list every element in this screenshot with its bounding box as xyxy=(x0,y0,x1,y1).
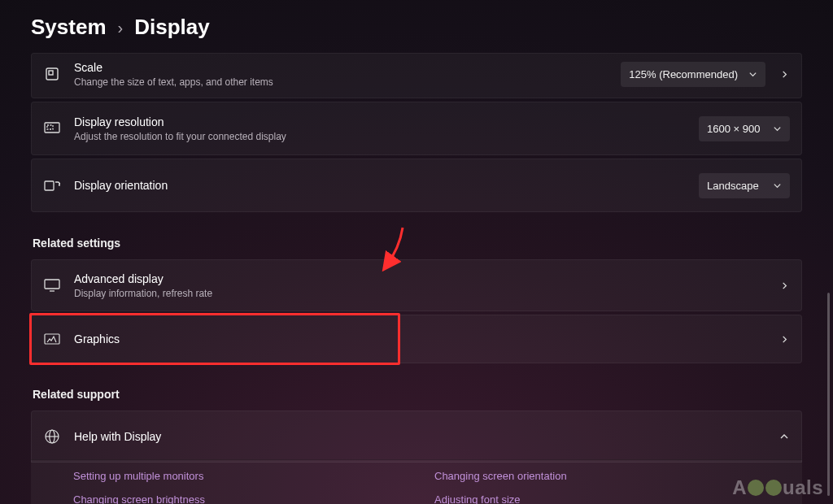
scrollbar[interactable] xyxy=(827,293,830,496)
section-related-settings: Related settings xyxy=(33,237,802,250)
scale-sub: Change the size of text, apps, and other… xyxy=(74,76,621,88)
resolution-icon xyxy=(43,119,61,137)
chevron-right-icon: › xyxy=(118,19,124,37)
orientation-value: Landscape xyxy=(707,180,759,192)
resolution-title: Display resolution xyxy=(74,115,699,129)
breadcrumb-current: Display xyxy=(134,15,210,40)
orientation-dropdown[interactable]: Landscape xyxy=(699,173,790,198)
svg-rect-5 xyxy=(45,280,59,289)
help-link-screen-brightness[interactable]: Changing screen brightness xyxy=(73,493,428,504)
monitor-icon xyxy=(43,276,61,294)
setting-row-graphics[interactable]: Graphics xyxy=(31,315,802,363)
help-link-multiple-monitors[interactable]: Setting up multiple monitors xyxy=(73,470,428,482)
advanced-sub: Display information, refresh rate xyxy=(74,288,765,299)
help-title: Help with Display xyxy=(74,429,765,444)
setting-row-resolution[interactable]: Display resolution Adjust the resolution… xyxy=(31,102,802,155)
resolution-value: 1600 × 900 xyxy=(707,123,760,135)
chevron-down-icon xyxy=(772,180,782,190)
chevron-right-icon[interactable] xyxy=(778,280,790,291)
scale-icon xyxy=(43,65,61,83)
scale-dropdown[interactable]: 125% (Recommended) xyxy=(621,62,765,87)
setting-row-orientation[interactable]: Display orientation Landscape xyxy=(31,159,802,212)
setting-row-scale[interactable]: Scale Change the size of text, apps, and… xyxy=(31,53,802,98)
graphics-title: Graphics xyxy=(74,332,765,346)
help-links: Setting up multiple monitors Changing sc… xyxy=(31,459,802,504)
watermark: Auals xyxy=(732,476,823,499)
scale-title: Scale xyxy=(74,60,621,75)
svg-rect-4 xyxy=(45,181,54,190)
section-related-support: Related support xyxy=(33,388,802,401)
chevron-down-icon xyxy=(772,124,782,133)
setting-row-advanced-display[interactable]: Advanced display Display information, re… xyxy=(31,259,802,311)
svg-rect-1 xyxy=(49,71,53,75)
orientation-icon xyxy=(43,176,61,194)
globe-icon xyxy=(43,428,61,445)
resolution-dropdown[interactable]: 1600 × 900 xyxy=(699,116,790,141)
resolution-sub: Adjust the resolution to fit your connec… xyxy=(74,131,699,142)
chevron-right-icon[interactable] xyxy=(778,68,790,80)
svg-rect-0 xyxy=(46,68,58,80)
breadcrumb-parent[interactable]: System xyxy=(31,15,107,40)
scale-value: 125% (Recommended) xyxy=(629,68,738,80)
chevron-up-icon[interactable] xyxy=(778,431,790,442)
graphics-icon xyxy=(43,330,61,348)
help-with-display-header[interactable]: Help with Display xyxy=(31,411,802,463)
orientation-title: Display orientation xyxy=(74,178,699,193)
advanced-title: Advanced display xyxy=(74,272,765,286)
chevron-down-icon xyxy=(748,69,757,79)
breadcrumb: System › Display xyxy=(8,0,825,53)
svg-rect-3 xyxy=(47,125,53,129)
chevron-right-icon[interactable] xyxy=(778,333,790,345)
